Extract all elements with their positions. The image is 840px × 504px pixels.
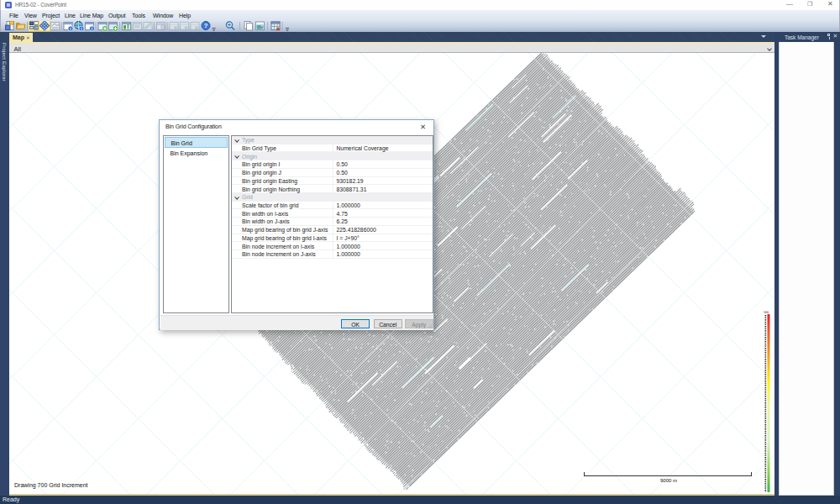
svg-text:9000 m: 9000 m (660, 478, 677, 483)
svg-text:Drawing 700 Grid Increment: Drawing 700 Grid Increment (14, 482, 88, 489)
svg-text:?: ? (204, 22, 208, 29)
svg-text:100: 100 (764, 311, 769, 314)
